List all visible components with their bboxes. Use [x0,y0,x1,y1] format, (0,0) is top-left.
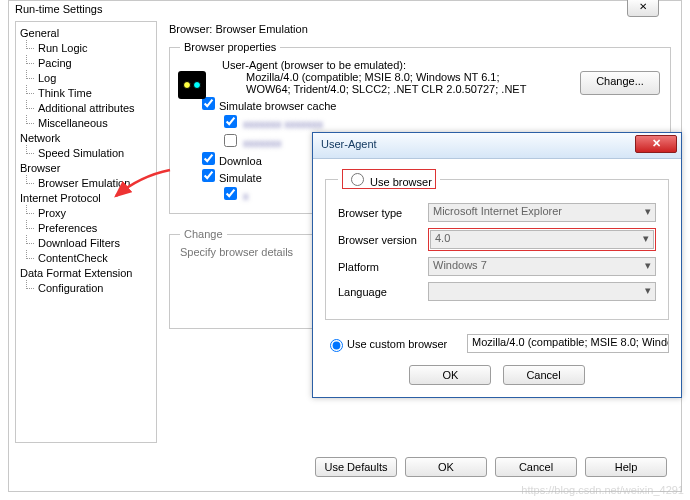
ua-value-line2: WOW64; Trident/4.0; SLCC2; .NET CLR 2.0.… [246,83,580,95]
watermark-text: https://blog.csdn.net/weixin_4291 [521,484,684,496]
tree-internet-protocol[interactable]: Internet Protocol [18,191,154,206]
tree-browser[interactable]: Browser [18,161,154,176]
tree-speed-simulation[interactable]: Speed Simulation [18,146,154,161]
sel-language[interactable] [428,282,656,301]
custom-ua-field[interactable]: Mozilla/4.0 (compatible; MSIE 8.0; Windo… [467,334,669,353]
chk-simulate[interactable] [202,169,215,182]
lbl-browser-type: Browser type [338,207,428,219]
tree-data-format-extension[interactable]: Data Format Extension [18,266,154,281]
ua-label: User-Agent (browser to be emulated): [180,59,660,71]
radio-use-browser[interactable] [351,173,364,186]
dialog-close-button[interactable]: ✕ [635,135,677,153]
tree-think-time[interactable]: Think Time [18,86,154,101]
lbl-language: Language [338,286,428,298]
nav-tree: General Run Logic Pacing Log Think Time … [15,21,157,443]
tree-log[interactable]: Log [18,71,154,86]
lbl-use-custom: Use custom browser [347,338,467,350]
sel-browser-type[interactable]: Microsoft Internet Explorer [428,203,656,222]
dialog-title: User-Agent ✕ [313,133,681,159]
tree-configuration[interactable]: Configuration [18,281,154,296]
chk-download[interactable] [202,152,215,165]
tree-proxy[interactable]: Proxy [18,206,154,221]
change-legend: Change [180,228,227,240]
change-button[interactable]: Change... [580,71,660,95]
tree-network[interactable]: Network [18,131,154,146]
tree-run-logic[interactable]: Run Logic [18,41,154,56]
tree-general[interactable]: General [18,26,154,41]
chk-cache-sub1[interactable] [224,115,237,128]
cancel-button[interactable]: Cancel [495,457,577,477]
lbl-browser-version: Browser version [338,234,428,246]
window-title: Run-time Settings [9,1,681,21]
tree-miscellaneous[interactable]: Miscellaneous [18,116,154,131]
use-defaults-button[interactable]: Use Defaults [315,457,397,477]
tree-preferences[interactable]: Preferences [18,221,154,236]
chk-sim-cache[interactable] [202,97,215,110]
sel-platform[interactable]: Windows 7 [428,257,656,276]
ua-value-line1: Mozilla/4.0 (compatible; MSIE 8.0; Windo… [246,71,580,83]
help-button[interactable]: Help [585,457,667,477]
chk-simulate-sub[interactable] [224,187,237,200]
lbl-platform: Platform [338,261,428,273]
tree-pacing[interactable]: Pacing [18,56,154,71]
chk-cache-sub2[interactable] [224,134,237,147]
dialog-ok-button[interactable]: OK [409,365,491,385]
window-close-button[interactable]: ✕ [627,0,659,17]
user-agent-dialog: User-Agent ✕ Use browser Browser typeMic… [312,132,682,398]
browser-properties-legend: Browser properties [180,41,280,53]
tree-download-filters[interactable]: Download Filters [18,236,154,251]
user-agent-icon [178,71,206,99]
use-browser-group: Use browser Browser typeMicrosoft Intern… [325,169,669,320]
dialog-cancel-button[interactable]: Cancel [503,365,585,385]
tree-contentcheck[interactable]: ContentCheck [18,251,154,266]
tree-additional-attributes[interactable]: Additional attributes [18,101,154,116]
sel-browser-version[interactable]: 4.0 [430,230,654,249]
bottom-button-row: Use Defaults OK Cancel Help [315,457,667,477]
radio-use-custom[interactable] [330,339,343,352]
ok-button[interactable]: OK [405,457,487,477]
pane-heading: Browser: Browser Emulation [169,21,671,41]
tree-browser-emulation[interactable]: Browser Emulation [18,176,154,191]
